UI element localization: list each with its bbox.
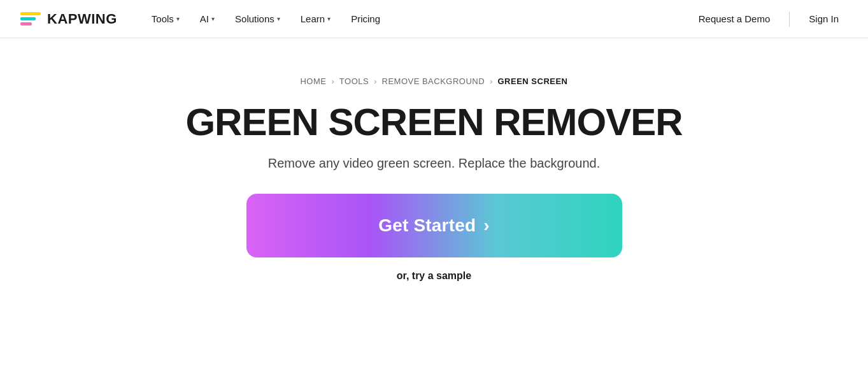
logo-bar-1 <box>20 12 41 15</box>
main-content: HOME › TOOLS › REMOVE BACKGROUND › GREEN… <box>0 38 868 320</box>
breadcrumb-sep-1: › <box>331 76 334 86</box>
get-started-label: Get Started <box>378 215 476 236</box>
logo-bar-2 <box>20 17 36 20</box>
nav-label-tools: Tools <box>152 13 174 24</box>
breadcrumb-green-screen: GREEN SCREEN <box>497 76 567 86</box>
breadcrumb-sep-2: › <box>374 76 376 86</box>
logo[interactable]: KAPWING <box>20 11 117 27</box>
chevron-down-icon: ▾ <box>327 15 331 22</box>
breadcrumb-sep-3: › <box>490 76 492 86</box>
nav-item-pricing[interactable]: Pricing <box>342 8 389 29</box>
breadcrumb-tools[interactable]: TOOLS <box>339 76 369 86</box>
nav-item-ai[interactable]: AI ▾ <box>191 8 224 29</box>
logo-text: KAPWING <box>47 11 117 27</box>
chevron-down-icon: ▾ <box>176 15 180 22</box>
page-subtitle: Remove any video green screen. Replace t… <box>268 156 600 171</box>
nav-right: Request a Demo Sign In <box>690 8 848 29</box>
breadcrumb-home[interactable]: HOME <box>300 76 326 86</box>
get-started-button[interactable]: Get Started › <box>246 194 622 257</box>
nav-item-learn[interactable]: Learn ▾ <box>292 8 339 29</box>
logo-icon <box>20 12 41 25</box>
nav-item-tools[interactable]: Tools ▾ <box>143 8 189 29</box>
breadcrumb-remove-bg[interactable]: REMOVE BACKGROUND <box>382 76 485 86</box>
breadcrumb: HOME › TOOLS › REMOVE BACKGROUND › GREEN… <box>300 76 567 86</box>
request-demo-button[interactable]: Request a Demo <box>690 8 779 29</box>
nav-item-solutions[interactable]: Solutions ▾ <box>226 8 289 29</box>
chevron-down-icon: ▾ <box>211 15 215 22</box>
page-title: GREEN SCREEN REMOVER <box>185 101 682 143</box>
nav-divider <box>789 11 790 27</box>
chevron-down-icon: ▾ <box>277 15 280 22</box>
main-nav: Tools ▾ AI ▾ Solutions ▾ Learn ▾ Pricing <box>143 8 690 29</box>
nav-label-pricing: Pricing <box>351 13 380 24</box>
nav-label-ai: AI <box>200 13 209 24</box>
try-sample-button[interactable]: or, try a sample <box>397 270 471 282</box>
header: KAPWING Tools ▾ AI ▾ Solutions ▾ Learn ▾… <box>0 0 868 38</box>
sign-in-button[interactable]: Sign In <box>800 8 848 29</box>
nav-label-solutions: Solutions <box>235 13 274 24</box>
logo-bar-3 <box>20 22 32 25</box>
chevron-right-icon: › <box>483 215 490 236</box>
nav-label-learn: Learn <box>301 13 325 24</box>
